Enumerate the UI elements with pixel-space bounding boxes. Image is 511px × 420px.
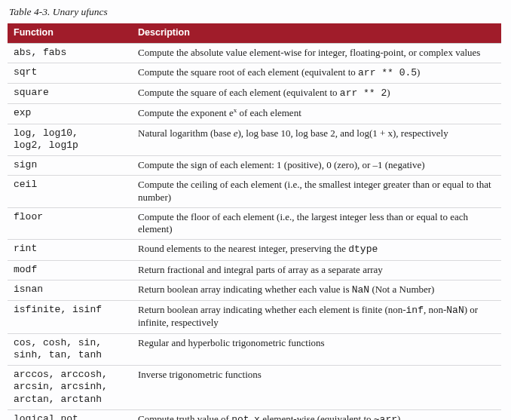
header-description: Description: [132, 23, 501, 43]
table-row: isnanReturn boolean array indicating whe…: [8, 280, 501, 300]
table-row: log, log10, log2, log1pNatural logarithm…: [8, 124, 501, 156]
table-row: ceilCompute the ceiling of each element …: [8, 176, 501, 208]
function-cell: modf: [8, 260, 132, 280]
description-cell: Compute the square root of each element …: [132, 63, 501, 83]
function-cell: arccos, arccosh, arcsin, arcsinh, arctan…: [8, 366, 132, 410]
description-cell: Round elements to the nearest integer, p…: [132, 240, 501, 260]
description-cell: Compute the sign of each element: 1 (pos…: [132, 156, 501, 176]
table-row: signCompute the sign of each element: 1 …: [8, 156, 501, 176]
function-cell: isnan: [8, 280, 132, 300]
description-cell: Compute the square of each element (equi…: [132, 84, 501, 104]
function-cell: logical_not: [8, 409, 132, 420]
table-row: squareCompute the square of each element…: [8, 84, 501, 104]
description-cell: Inverse trigonometric functions: [132, 366, 501, 410]
table-row: logical_notCompute truth value of not x …: [8, 409, 501, 420]
function-cell: sqrt: [8, 63, 132, 83]
description-cell: Return boolean array indicating whether …: [132, 280, 501, 300]
description-cell: Natural logarithm (base e), log base 10,…: [132, 124, 501, 156]
ufuncs-table: Function Description abs, fabsCompute th…: [8, 23, 501, 420]
table-header-row: Function Description: [8, 23, 501, 43]
table-row: rintRound elements to the nearest intege…: [8, 240, 501, 260]
table-body: abs, fabsCompute the absolute value elem…: [8, 43, 501, 420]
function-cell: ceil: [8, 176, 132, 208]
table-caption: Table 4-3. Unary ufuncs: [9, 6, 503, 19]
description-cell: Return fractional and integral parts of …: [132, 260, 501, 280]
function-cell: square: [8, 84, 132, 104]
table-row: cos, cosh, sin, sinh, tan, tanhRegular a…: [8, 333, 501, 366]
table-row: sqrtCompute the square root of each elem…: [8, 63, 501, 83]
table-row: floorCompute the floor of each element (…: [8, 207, 501, 240]
function-cell: rint: [8, 240, 132, 260]
table-row: expCompute the exponent ex of each eleme…: [8, 104, 501, 124]
table-row: abs, fabsCompute the absolute value elem…: [8, 43, 501, 63]
description-cell: Compute the ceiling of each element (i.e…: [132, 176, 501, 208]
description-cell: Compute the absolute value element-wise …: [132, 43, 501, 63]
table-row: isfinite, isinfReturn boolean array indi…: [8, 301, 501, 334]
description-cell: Compute the floor of each element (i.e.,…: [132, 207, 501, 240]
function-cell: abs, fabs: [8, 43, 132, 63]
description-cell: Compute truth value of not x element-wis…: [132, 409, 501, 420]
table-row: modfReturn fractional and integral parts…: [8, 260, 501, 280]
function-cell: floor: [8, 207, 132, 240]
function-cell: isfinite, isinf: [8, 301, 132, 334]
description-cell: Compute the exponent ex of each element: [132, 104, 501, 124]
header-function: Function: [8, 23, 132, 43]
function-cell: exp: [8, 104, 132, 124]
description-cell: Regular and hyperbolic trigonometric fun…: [132, 333, 501, 366]
table-row: arccos, arccosh, arcsin, arcsinh, arctan…: [8, 366, 501, 410]
function-cell: sign: [8, 156, 132, 176]
description-cell: Return boolean array indicating whether …: [132, 301, 501, 334]
function-cell: log, log10, log2, log1p: [8, 124, 132, 156]
function-cell: cos, cosh, sin, sinh, tan, tanh: [8, 333, 132, 366]
